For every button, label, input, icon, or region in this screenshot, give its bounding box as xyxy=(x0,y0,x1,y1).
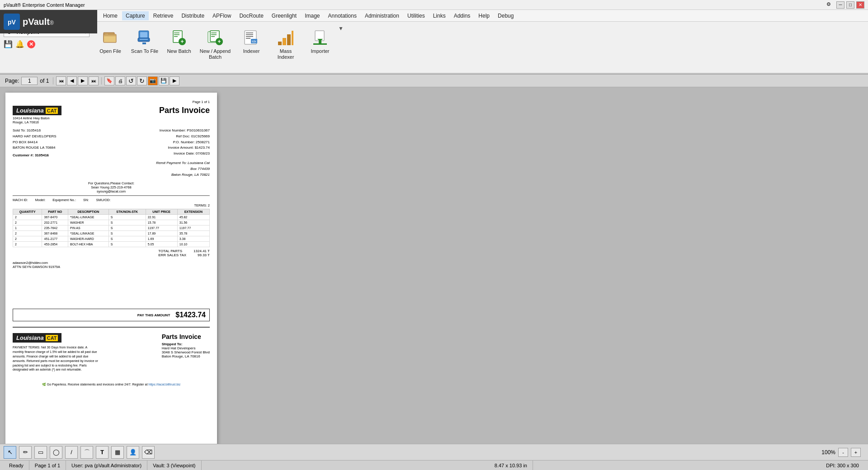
svg-rect-30 xyxy=(278,42,282,45)
svg-rect-36 xyxy=(319,41,321,43)
status-vault-text: Vault: 3 (Viewpoint) xyxy=(153,463,195,468)
scan-button[interactable]: 📷 xyxy=(148,76,158,85)
invoice-header: Louisiana CAT 10414 Airline Hwy Baton Ro… xyxy=(13,106,210,124)
remit-addr2: Baton Rouge, LA 70821 xyxy=(156,172,210,178)
menu-addins[interactable]: Addins xyxy=(450,11,474,20)
pay-box: PAY THIS AMOUNT $1423.74 xyxy=(13,309,210,321)
stamp-tool-button[interactable]: 👤 xyxy=(127,446,139,459)
close-quick-icon[interactable]: ✕ xyxy=(27,40,35,48)
mass-indexer-label: Mass Indexer xyxy=(272,48,300,60)
pay-amount: $1423.74 xyxy=(175,311,206,319)
page-label: Page: xyxy=(5,78,19,84)
page-number-input[interactable] xyxy=(21,77,38,85)
next-page-button[interactable]: ▶ xyxy=(78,76,88,85)
menu-debug[interactable]: Debug xyxy=(494,11,517,20)
menu-utilities[interactable]: Utilities xyxy=(404,11,429,20)
top-area: pV pVault® Home Capture Retrieve Distrib… xyxy=(0,10,868,75)
pencil-tool-button[interactable]: ✏ xyxy=(19,446,32,459)
first-page-button[interactable]: ⏮ xyxy=(56,76,66,85)
mass-indexer-button[interactable]: Mass Indexer xyxy=(269,25,302,62)
indexer-button[interactable]: idx Indexer xyxy=(235,25,268,56)
tax-label: ERR SALES TAX xyxy=(158,253,186,257)
select-tool-button[interactable]: ↖ xyxy=(4,446,16,459)
title-bar-left: pVault® Enterprise Content Manager xyxy=(4,2,85,8)
status-page-info: Page 1 of 1 xyxy=(29,461,66,470)
importer-button[interactable]: Importer xyxy=(304,25,336,56)
new-batch-button[interactable]: + New Batch xyxy=(163,25,195,56)
new-append-batch-button[interactable]: + New / Append Batch xyxy=(197,25,233,62)
document-viewer: Page 1 of 1 Louisiana CAT 10414 Airline … xyxy=(5,93,217,445)
expand-button[interactable]: ▶ xyxy=(170,76,179,85)
contact-section: For Questions,Please Contact: Sean Young… xyxy=(13,181,210,193)
svg-rect-6 xyxy=(140,32,147,38)
svg-rect-9 xyxy=(142,42,146,44)
print-button[interactable]: 🖨 xyxy=(115,76,125,85)
prev-page-button[interactable]: ◀ xyxy=(67,76,77,85)
settings-icon[interactable]: ⚙ xyxy=(826,1,831,9)
table-row: 2451-2177WASHER-HARDS1.693.38 xyxy=(13,236,210,242)
col-desc: DESCRIPTION xyxy=(68,209,109,215)
menu-help[interactable]: Help xyxy=(475,11,493,20)
last-page-button[interactable]: ⏭ xyxy=(89,76,99,85)
rectangle-tool-button[interactable]: ▭ xyxy=(34,446,47,459)
svg-rect-19 xyxy=(211,34,217,35)
menu-image[interactable]: Image xyxy=(301,11,323,20)
menu-apflow[interactable]: APFlow xyxy=(209,11,235,20)
status-dpi-text: DPI: 300 x 300 xyxy=(826,463,859,468)
footer-logo-block: Louisiana CAT PAYMENT TERMS: Net 30 Days… xyxy=(13,333,99,372)
menu-docroute[interactable]: DocRoute xyxy=(236,11,267,20)
svg-rect-13 xyxy=(174,36,178,37)
zoom-in-button[interactable]: + xyxy=(851,448,861,457)
eraser-tool-button[interactable]: ⌫ xyxy=(142,446,155,459)
table-row: 2367-8470*SEAL-LINKAGES22.9145.82 xyxy=(13,215,210,220)
rotate-ccw-button[interactable]: ↺ xyxy=(126,76,136,85)
billing-contact: adawson2@hddev.com ATTN SEYN DAWSON 9197… xyxy=(13,261,210,269)
menu-greenlight[interactable]: Greenlight xyxy=(268,11,300,20)
totals-labels: TOTAL PARTS ERR SALES TAX xyxy=(158,249,186,257)
menu-annotations[interactable]: Annotations xyxy=(325,11,360,20)
svg-rect-12 xyxy=(174,34,179,35)
app-logo: pV xyxy=(4,14,20,30)
nav-bar: Page: of 1 ⏮ ◀ ▶ ⏭ 🔖 🖨 ↺ ↻ 📷 💾 ▶ xyxy=(0,75,868,87)
bell-icon[interactable]: 🔔 xyxy=(15,40,24,48)
svg-rect-11 xyxy=(174,33,179,33)
col-qty: QUANTITY xyxy=(13,209,42,215)
footer-addr2: Baton Rouge, LA 70816 xyxy=(162,354,210,358)
table-tool-button[interactable]: ▦ xyxy=(111,446,124,459)
main-content: Page 1 of 1 Louisiana CAT 10414 Airline … xyxy=(0,87,868,445)
menu-administration[interactable]: Administration xyxy=(361,11,403,20)
open-file-button[interactable]: Open File xyxy=(94,25,127,56)
status-bar: Ready Page 1 of 1 User: pva (pVault Admi… xyxy=(0,460,868,470)
rotate-cw-button[interactable]: ↻ xyxy=(137,76,147,85)
maximize-button[interactable]: □ xyxy=(846,1,854,9)
col-part: PART NO xyxy=(42,209,68,215)
totals-section: TOTAL PARTS ERR SALES TAX 1324.41 T 99.3… xyxy=(13,249,210,257)
save-quick-icon[interactable]: 💾 xyxy=(4,40,13,48)
menu-distribute[interactable]: Distribute xyxy=(178,11,208,20)
save-nav-button[interactable]: 💾 xyxy=(159,76,169,85)
col-stk: STK/NON-STK xyxy=(108,209,146,215)
bookmark-button[interactable]: 🔖 xyxy=(104,76,114,85)
scan-to-file-button[interactable]: Scan To File xyxy=(128,25,161,56)
indexer-label: Indexer xyxy=(243,48,260,54)
open-file-label: Open File xyxy=(99,48,121,54)
col-price: UNIT PRICE xyxy=(146,209,177,215)
toolbar-dropdown[interactable]: ▼ xyxy=(338,25,344,35)
zoom-out-button[interactable]: - xyxy=(838,448,848,457)
close-button[interactable]: ✕ xyxy=(856,1,864,9)
menu-capture[interactable]: Capture xyxy=(122,11,149,20)
curved-line-tool-button[interactable]: ⌒ xyxy=(80,446,93,459)
menu-retrieve[interactable]: Retrieve xyxy=(150,11,177,20)
sold-to-addr2: BATON ROUGE LA 70884 xyxy=(13,145,57,151)
sold-to-name: HARD HAT DEVELOPERS xyxy=(13,134,57,140)
ellipse-tool-button[interactable]: ◯ xyxy=(50,446,62,459)
text-tool-button[interactable]: T xyxy=(96,446,108,459)
menu-links[interactable]: Links xyxy=(429,11,449,20)
customer-number: Customer #: 3105416 xyxy=(13,153,57,159)
menu-home[interactable]: Home xyxy=(99,11,121,20)
remit-addr1: Box 774439 xyxy=(156,166,210,172)
line-tool-button[interactable]: / xyxy=(65,446,78,459)
minimize-button[interactable]: ─ xyxy=(836,1,844,9)
app-name: pVault® xyxy=(23,17,54,27)
company-address-1: 10414 Airline Hwy Baton xyxy=(13,116,61,120)
